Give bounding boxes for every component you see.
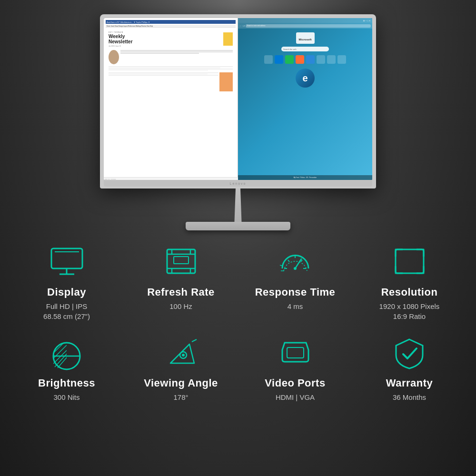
spec-video-ports: Video Ports HDMI | VGA xyxy=(238,331,352,407)
right-taskbar: ⊞ ─ □ ✕ xyxy=(238,18,372,23)
svg-line-29 xyxy=(53,343,63,353)
svg-point-32 xyxy=(182,354,185,357)
spec-warranty: Warranty 36 Months xyxy=(352,331,466,407)
display-value: Full HD | IPS 68.58 cm (27") xyxy=(43,301,90,321)
spec-viewing-angle: Viewing Angle 178° xyxy=(124,331,238,407)
response-time-value: 4 ms xyxy=(288,301,303,311)
svg-rect-11 xyxy=(174,257,188,264)
screen-left: AutoSave ● W ✎ Architecture... ▼ Taylor … xyxy=(104,18,238,180)
specs-section: Display Full HD | IPS 68.58 cm (27") xyxy=(0,230,476,476)
viewing-angle-title: Viewing Angle xyxy=(144,377,218,389)
viewing-angle-value: 178° xyxy=(173,392,188,402)
svg-rect-34 xyxy=(287,347,304,358)
monitor-section: AutoSave ● W ✎ Architecture... ▼ Taylor … xyxy=(0,0,476,230)
brightness-title: Brightness xyxy=(38,377,95,389)
monitor-chin: Lenovo xyxy=(104,180,372,187)
viewing-angle-icon xyxy=(162,336,200,371)
spec-display: Display Full HD | IPS 68.58 cm (27") xyxy=(10,240,124,326)
svg-line-16 xyxy=(288,260,289,262)
spec-refresh-rate: Refresh Rate 100 Hz xyxy=(124,240,238,326)
spec-response-time: Response Time 4 ms xyxy=(238,240,352,326)
brightness-icon xyxy=(48,336,86,371)
svg-marker-30 xyxy=(170,344,194,363)
display-icon xyxy=(48,245,86,280)
video-ports-title: Video Ports xyxy=(265,377,325,389)
specs-row-2: Brightness 300 Nits Viewing Angle 178° xyxy=(10,331,466,407)
specs-row-1: Display Full HD | IPS 68.58 cm (27") xyxy=(10,240,466,326)
warranty-value: 36 Months xyxy=(393,392,426,402)
warranty-icon xyxy=(390,336,428,371)
monitor-wrapper: AutoSave ● W ✎ Architecture... ▼ Taylor … xyxy=(100,14,376,230)
svg-line-26 xyxy=(55,350,70,367)
monitor-stand-neck xyxy=(226,188,250,222)
video-ports-icon xyxy=(276,336,314,371)
taskbar-word: AutoSave ● W ✎ Architecture... ▼ Taylor … xyxy=(106,20,236,24)
monitor-screen: AutoSave ● W ✎ Architecture... ▼ Taylor … xyxy=(104,18,372,180)
resolution-title: Resolution xyxy=(381,286,438,298)
svg-line-12 xyxy=(295,259,301,268)
video-ports-value: HDMI | VGA xyxy=(276,392,315,402)
monitor-frame: AutoSave ● W ✎ Architecture... ▼ Taylor … xyxy=(100,14,376,188)
spec-resolution: Resolution 1920 x 1080 Pixels 16:9 Ratio xyxy=(352,240,466,326)
response-time-icon xyxy=(276,245,314,280)
svg-point-13 xyxy=(294,267,297,270)
monitor-brand: Lenovo xyxy=(230,182,247,185)
monitor-stand-base xyxy=(186,222,290,230)
right-bottom-bar: My Feed · Politics · US · Personalize xyxy=(238,175,372,180)
refresh-rate-value: 100 Hz xyxy=(169,301,192,311)
display-title: Display xyxy=(47,286,86,298)
warranty-title: Warranty xyxy=(386,377,433,389)
resolution-value: 1920 x 1080 Pixels 16:9 Ratio xyxy=(379,301,440,321)
refresh-rate-title: Refresh Rate xyxy=(147,286,215,298)
svg-rect-21 xyxy=(396,249,424,273)
screen-right: ⊞ ─ □ ✕ ←→↺ Search or enter web address … xyxy=(238,18,372,180)
response-time-title: Response Time xyxy=(255,286,336,298)
svg-line-27 xyxy=(58,350,73,368)
svg-line-33 xyxy=(192,339,197,342)
brightness-value: 300 Nits xyxy=(53,392,79,402)
resolution-icon xyxy=(390,245,428,280)
refresh-rate-icon xyxy=(162,245,200,280)
spec-brightness: Brightness 300 Nits xyxy=(10,331,124,407)
